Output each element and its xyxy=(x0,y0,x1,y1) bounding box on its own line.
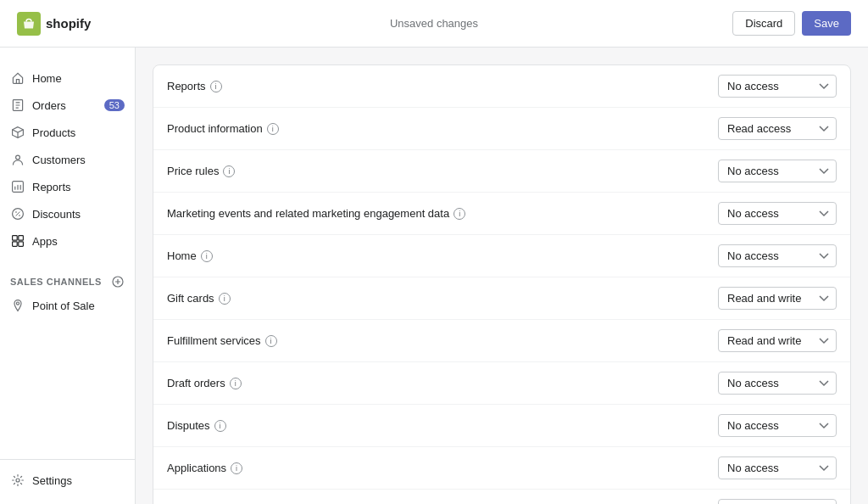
sidebar-item-apps[interactable]: Apps xyxy=(0,227,135,255)
sidebar-label-home: Home xyxy=(32,72,62,85)
sidebar-item-customers[interactable]: Customers xyxy=(0,146,135,173)
location-icon xyxy=(10,298,25,313)
add-sales-channel-icon[interactable] xyxy=(111,275,125,288)
permission-select-fulfillment-services[interactable]: No accessRead accessRead and write xyxy=(718,329,837,352)
permission-row-fulfillment-services: Fulfillment services iNo accessRead acce… xyxy=(153,320,850,362)
discounts-icon xyxy=(10,206,25,221)
header-title: Unsaved changes xyxy=(390,17,478,30)
shopify-text: shopify xyxy=(46,16,91,31)
orders-badge: 53 xyxy=(104,99,125,111)
info-icon-marketing-events[interactable]: i xyxy=(453,208,465,220)
permission-label-marketing-events: Marketing events and related marketing e… xyxy=(167,207,718,220)
permission-label-home: Home i xyxy=(167,249,718,262)
discard-button[interactable]: Discard xyxy=(732,11,795,36)
sidebar-item-discounts[interactable]: Discounts xyxy=(0,200,135,227)
permission-row-applications: Applications iNo accessRead accessRead a… xyxy=(153,447,850,490)
permission-select-marketing-events[interactable]: No accessRead accessRead and write xyxy=(718,202,837,225)
top-header: shopify Unsaved changes Discard Save xyxy=(0,0,868,48)
sidebar-bottom: Settings xyxy=(0,459,135,494)
sidebar-label-orders: Orders xyxy=(32,99,66,112)
sidebar-item-reports[interactable]: Reports xyxy=(0,173,135,200)
permission-row-disputes: Disputes iNo accessRead accessRead and w… xyxy=(153,405,850,447)
reports-icon xyxy=(10,179,25,194)
permission-label-applications: Applications i xyxy=(167,462,718,474)
permission-select-draft-orders[interactable]: No accessRead accessRead and write xyxy=(718,372,837,395)
shopify-logo: shopify xyxy=(17,12,91,36)
permission-select-price-rules[interactable]: No accessRead accessRead and write xyxy=(718,160,837,182)
info-icon-draft-orders[interactable]: i xyxy=(230,378,242,389)
permission-select-home[interactable]: No accessRead accessRead and write xyxy=(718,244,837,267)
permission-select-applications[interactable]: No accessRead accessRead and write xyxy=(718,456,837,479)
sidebar-label-reports: Reports xyxy=(32,181,71,193)
info-icon-reports[interactable]: i xyxy=(210,81,222,92)
sales-channels-label: SALES CHANNELS xyxy=(0,261,135,292)
permission-select-disputes[interactable]: No accessRead accessRead and write xyxy=(718,414,837,437)
permission-select-reports[interactable]: No accessRead accessRead and write xyxy=(718,75,837,98)
permissions-card: Reports iNo accessRead accessRead and wr… xyxy=(153,64,851,504)
info-icon-price-rules[interactable]: i xyxy=(223,165,235,177)
permission-label-fulfillment-services: Fulfillment services i xyxy=(167,334,718,347)
home-icon xyxy=(10,70,25,86)
sidebar-item-products[interactable]: Products xyxy=(0,119,135,146)
sidebar-label-customers: Customers xyxy=(32,154,86,166)
sidebar-label-settings: Settings xyxy=(32,474,72,487)
permission-row-analytics: Analytics iNo accessRead accessRead and … xyxy=(153,490,850,504)
info-icon-gift-cards[interactable]: i xyxy=(219,293,231,305)
permission-row-draft-orders: Draft orders iNo accessRead accessRead a… xyxy=(153,362,850,405)
permission-label-price-rules: Price rules i xyxy=(167,165,718,177)
sidebar-item-point-of-sale[interactable]: Point of Sale xyxy=(0,292,135,319)
permission-row-home: Home iNo accessRead accessRead and write xyxy=(153,235,850,277)
permission-row-price-rules: Price rules iNo accessRead accessRead an… xyxy=(153,150,850,193)
sidebar-label-point-of-sale: Point of Sale xyxy=(32,300,95,312)
svg-rect-4 xyxy=(13,236,18,241)
svg-rect-6 xyxy=(13,242,18,247)
permission-label-product-information: Product information i xyxy=(167,122,718,135)
apps-icon xyxy=(10,233,25,249)
permission-label-disputes: Disputes i xyxy=(167,419,718,432)
permission-row-reports: Reports iNo accessRead accessRead and wr… xyxy=(153,65,850,108)
header-actions: Discard Save xyxy=(732,11,851,36)
svg-point-10 xyxy=(16,479,19,482)
sidebar-label-apps: Apps xyxy=(32,235,58,248)
info-icon-product-information[interactable]: i xyxy=(267,123,279,135)
svg-point-1 xyxy=(16,155,20,160)
orders-icon xyxy=(10,98,25,113)
permission-label-draft-orders: Draft orders i xyxy=(167,377,718,389)
sidebar-label-discounts: Discounts xyxy=(32,208,81,221)
settings-icon xyxy=(10,473,25,488)
permission-select-gift-cards[interactable]: No accessRead accessRead and write xyxy=(718,287,837,310)
permission-select-analytics[interactable]: No accessRead accessRead and write xyxy=(718,499,837,504)
sidebar-nav: Home Orders 53 P xyxy=(0,58,135,261)
customers-icon xyxy=(10,152,25,167)
permission-select-product-information[interactable]: No accessRead accessRead and write xyxy=(718,117,837,140)
sidebar-item-home[interactable]: Home xyxy=(0,64,135,92)
save-header-button[interactable]: Save xyxy=(802,11,851,36)
main-content: Reports iNo accessRead accessRead and wr… xyxy=(136,48,868,504)
permission-label-reports: Reports i xyxy=(167,80,718,92)
info-icon-disputes[interactable]: i xyxy=(214,420,226,432)
info-icon-home[interactable]: i xyxy=(201,250,213,262)
permission-row-marketing-events: Marketing events and related marketing e… xyxy=(153,193,850,235)
info-icon-applications[interactable]: i xyxy=(231,462,242,474)
permission-label-gift-cards: Gift cards i xyxy=(167,292,718,305)
permission-row-gift-cards: Gift cards iNo accessRead accessRead and… xyxy=(153,277,850,320)
shopify-bag-icon xyxy=(17,12,41,36)
svg-rect-7 xyxy=(19,242,24,247)
sidebar-label-products: Products xyxy=(32,126,75,139)
sidebar-item-orders[interactable]: Orders 53 xyxy=(0,92,135,119)
info-icon-fulfillment-services[interactable]: i xyxy=(265,335,277,347)
svg-point-9 xyxy=(16,302,19,305)
products-icon xyxy=(10,125,25,140)
permission-row-product-information: Product information iNo accessRead acces… xyxy=(153,108,850,150)
svg-rect-5 xyxy=(19,236,24,241)
sidebar-item-settings[interactable]: Settings xyxy=(0,467,135,494)
sidebar: Home Orders 53 P xyxy=(0,48,136,504)
